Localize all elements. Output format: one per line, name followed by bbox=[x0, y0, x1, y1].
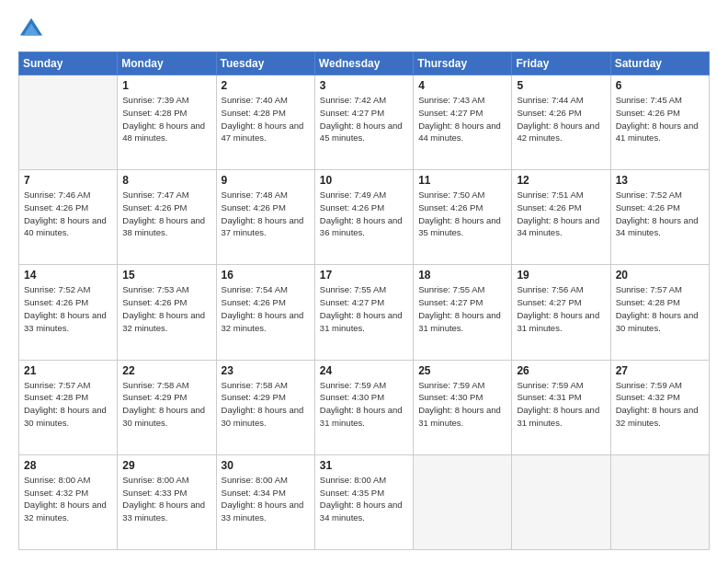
calendar-cell: 13Sunrise: 7:52 AM Sunset: 4:26 PM Dayli… bbox=[610, 170, 709, 265]
calendar-cell: 7Sunrise: 7:46 AM Sunset: 4:26 PM Daylig… bbox=[19, 170, 118, 265]
calendar-cell: 23Sunrise: 7:58 AM Sunset: 4:29 PM Dayli… bbox=[216, 360, 314, 454]
calendar-cell: 14Sunrise: 7:52 AM Sunset: 4:26 PM Dayli… bbox=[19, 265, 118, 360]
calendar-cell: 17Sunrise: 7:55 AM Sunset: 4:27 PM Dayli… bbox=[314, 265, 413, 360]
calendar-cell: 22Sunrise: 7:58 AM Sunset: 4:29 PM Dayli… bbox=[118, 360, 216, 454]
day-header-sunday: Sunday bbox=[19, 52, 118, 75]
day-info: Sunrise: 7:51 AM Sunset: 4:26 PM Dayligh… bbox=[517, 189, 605, 239]
calendar-cell: 1Sunrise: 7:39 AM Sunset: 4:28 PM Daylig… bbox=[118, 75, 216, 170]
day-info: Sunrise: 7:49 AM Sunset: 4:26 PM Dayligh… bbox=[320, 189, 408, 239]
calendar-cell: 10Sunrise: 7:49 AM Sunset: 4:26 PM Dayli… bbox=[314, 170, 413, 265]
day-number: 15 bbox=[122, 269, 210, 282]
day-number: 12 bbox=[517, 174, 605, 187]
day-header-friday: Friday bbox=[512, 52, 610, 75]
calendar-cell: 19Sunrise: 7:56 AM Sunset: 4:27 PM Dayli… bbox=[512, 265, 610, 360]
day-number: 14 bbox=[24, 269, 112, 282]
page: SundayMondayTuesdayWednesdayThursdayFrid… bbox=[0, 0, 728, 563]
calendar-week-5: 28Sunrise: 8:00 AM Sunset: 4:32 PM Dayli… bbox=[19, 454, 710, 549]
day-info: Sunrise: 7:56 AM Sunset: 4:27 PM Dayligh… bbox=[517, 283, 605, 334]
calendar-cell: 2Sunrise: 7:40 AM Sunset: 4:28 PM Daylig… bbox=[216, 75, 314, 170]
day-number: 6 bbox=[616, 79, 704, 92]
day-number: 3 bbox=[320, 79, 408, 92]
calendar-cell bbox=[19, 75, 118, 170]
day-number: 20 bbox=[616, 269, 704, 282]
day-number: 17 bbox=[320, 269, 408, 282]
calendar-week-2: 7Sunrise: 7:46 AM Sunset: 4:26 PM Daylig… bbox=[19, 170, 710, 265]
header bbox=[18, 17, 710, 42]
day-number: 13 bbox=[616, 174, 704, 187]
day-number: 29 bbox=[122, 459, 210, 472]
day-info: Sunrise: 7:55 AM Sunset: 4:27 PM Dayligh… bbox=[320, 283, 408, 334]
calendar-cell: 25Sunrise: 7:59 AM Sunset: 4:30 PM Dayli… bbox=[414, 360, 512, 454]
day-info: Sunrise: 7:42 AM Sunset: 4:27 PM Dayligh… bbox=[320, 94, 408, 144]
day-number: 21 bbox=[24, 364, 112, 377]
day-number: 4 bbox=[418, 79, 506, 92]
day-info: Sunrise: 7:39 AM Sunset: 4:28 PM Dayligh… bbox=[122, 94, 210, 144]
day-info: Sunrise: 7:45 AM Sunset: 4:26 PM Dayligh… bbox=[616, 94, 704, 144]
calendar-cell: 24Sunrise: 7:59 AM Sunset: 4:30 PM Dayli… bbox=[314, 360, 413, 454]
calendar-cell: 26Sunrise: 7:59 AM Sunset: 4:31 PM Dayli… bbox=[512, 360, 610, 454]
calendar-cell: 20Sunrise: 7:57 AM Sunset: 4:28 PM Dayli… bbox=[610, 265, 709, 360]
calendar-cell: 4Sunrise: 7:43 AM Sunset: 4:27 PM Daylig… bbox=[414, 75, 512, 170]
day-number: 31 bbox=[320, 459, 408, 472]
calendar-cell: 3Sunrise: 7:42 AM Sunset: 4:27 PM Daylig… bbox=[314, 75, 413, 170]
calendar-cell: 16Sunrise: 7:54 AM Sunset: 4:26 PM Dayli… bbox=[216, 265, 314, 360]
day-info: Sunrise: 7:40 AM Sunset: 4:28 PM Dayligh… bbox=[222, 94, 310, 144]
day-header-thursday: Thursday bbox=[414, 52, 512, 75]
day-info: Sunrise: 8:00 AM Sunset: 4:35 PM Dayligh… bbox=[320, 474, 408, 524]
day-number: 11 bbox=[418, 174, 506, 187]
day-number: 25 bbox=[418, 364, 506, 377]
day-number: 8 bbox=[122, 174, 210, 187]
calendar-cell: 9Sunrise: 7:48 AM Sunset: 4:26 PM Daylig… bbox=[216, 170, 314, 265]
day-number: 1 bbox=[122, 79, 210, 92]
day-info: Sunrise: 7:55 AM Sunset: 4:27 PM Dayligh… bbox=[418, 283, 506, 334]
calendar-cell: 12Sunrise: 7:51 AM Sunset: 4:26 PM Dayli… bbox=[512, 170, 610, 265]
day-info: Sunrise: 7:43 AM Sunset: 4:27 PM Dayligh… bbox=[418, 94, 506, 144]
calendar-cell: 27Sunrise: 7:59 AM Sunset: 4:32 PM Dayli… bbox=[610, 360, 709, 454]
day-info: Sunrise: 7:59 AM Sunset: 4:30 PM Dayligh… bbox=[418, 379, 506, 430]
calendar-table: SundayMondayTuesdayWednesdayThursdayFrid… bbox=[18, 52, 710, 550]
day-info: Sunrise: 7:57 AM Sunset: 4:28 PM Dayligh… bbox=[24, 379, 112, 430]
calendar-cell: 18Sunrise: 7:55 AM Sunset: 4:27 PM Dayli… bbox=[414, 265, 512, 360]
day-number: 19 bbox=[517, 269, 605, 282]
day-info: Sunrise: 7:53 AM Sunset: 4:26 PM Dayligh… bbox=[122, 283, 210, 334]
day-info: Sunrise: 7:58 AM Sunset: 4:29 PM Dayligh… bbox=[122, 379, 210, 430]
day-number: 16 bbox=[222, 269, 310, 282]
day-number: 5 bbox=[517, 79, 605, 92]
day-info: Sunrise: 7:57 AM Sunset: 4:28 PM Dayligh… bbox=[616, 283, 704, 334]
calendar-cell: 30Sunrise: 8:00 AM Sunset: 4:34 PM Dayli… bbox=[216, 454, 314, 549]
day-info: Sunrise: 7:59 AM Sunset: 4:32 PM Dayligh… bbox=[616, 379, 704, 430]
day-info: Sunrise: 7:52 AM Sunset: 4:26 PM Dayligh… bbox=[616, 189, 704, 239]
calendar-cell bbox=[414, 454, 512, 549]
day-header-tuesday: Tuesday bbox=[216, 52, 314, 75]
calendar-week-1: 1Sunrise: 7:39 AM Sunset: 4:28 PM Daylig… bbox=[19, 75, 710, 170]
day-info: Sunrise: 8:00 AM Sunset: 4:34 PM Dayligh… bbox=[222, 474, 310, 524]
day-info: Sunrise: 7:50 AM Sunset: 4:26 PM Dayligh… bbox=[418, 189, 506, 239]
calendar-cell: 21Sunrise: 7:57 AM Sunset: 4:28 PM Dayli… bbox=[19, 360, 118, 454]
calendar-cell: 11Sunrise: 7:50 AM Sunset: 4:26 PM Dayli… bbox=[414, 170, 512, 265]
calendar-cell: 28Sunrise: 8:00 AM Sunset: 4:32 PM Dayli… bbox=[19, 454, 118, 549]
day-number: 10 bbox=[320, 174, 408, 187]
day-info: Sunrise: 7:46 AM Sunset: 4:26 PM Dayligh… bbox=[24, 189, 112, 239]
calendar-week-3: 14Sunrise: 7:52 AM Sunset: 4:26 PM Dayli… bbox=[19, 265, 710, 360]
calendar-cell: 31Sunrise: 8:00 AM Sunset: 4:35 PM Dayli… bbox=[314, 454, 413, 549]
day-number: 27 bbox=[616, 364, 704, 377]
day-number: 9 bbox=[222, 174, 310, 187]
day-number: 26 bbox=[517, 364, 605, 377]
logo bbox=[18, 17, 50, 42]
calendar-cell: 6Sunrise: 7:45 AM Sunset: 4:26 PM Daylig… bbox=[610, 75, 709, 170]
day-info: Sunrise: 8:00 AM Sunset: 4:33 PM Dayligh… bbox=[122, 474, 210, 524]
day-number: 2 bbox=[222, 79, 310, 92]
calendar-cell: 29Sunrise: 8:00 AM Sunset: 4:33 PM Dayli… bbox=[118, 454, 216, 549]
day-info: Sunrise: 7:44 AM Sunset: 4:26 PM Dayligh… bbox=[517, 94, 605, 144]
calendar-cell: 15Sunrise: 7:53 AM Sunset: 4:26 PM Dayli… bbox=[118, 265, 216, 360]
day-number: 28 bbox=[24, 459, 112, 472]
day-number: 22 bbox=[122, 364, 210, 377]
calendar-cell: 5Sunrise: 7:44 AM Sunset: 4:26 PM Daylig… bbox=[512, 75, 610, 170]
day-info: Sunrise: 7:58 AM Sunset: 4:29 PM Dayligh… bbox=[222, 379, 310, 430]
day-number: 24 bbox=[320, 364, 408, 377]
day-number: 30 bbox=[222, 459, 310, 472]
calendar-header-row: SundayMondayTuesdayWednesdayThursdayFrid… bbox=[19, 52, 710, 75]
day-info: Sunrise: 7:47 AM Sunset: 4:26 PM Dayligh… bbox=[122, 189, 210, 239]
day-header-wednesday: Wednesday bbox=[314, 52, 413, 75]
day-info: Sunrise: 8:00 AM Sunset: 4:32 PM Dayligh… bbox=[24, 474, 112, 524]
